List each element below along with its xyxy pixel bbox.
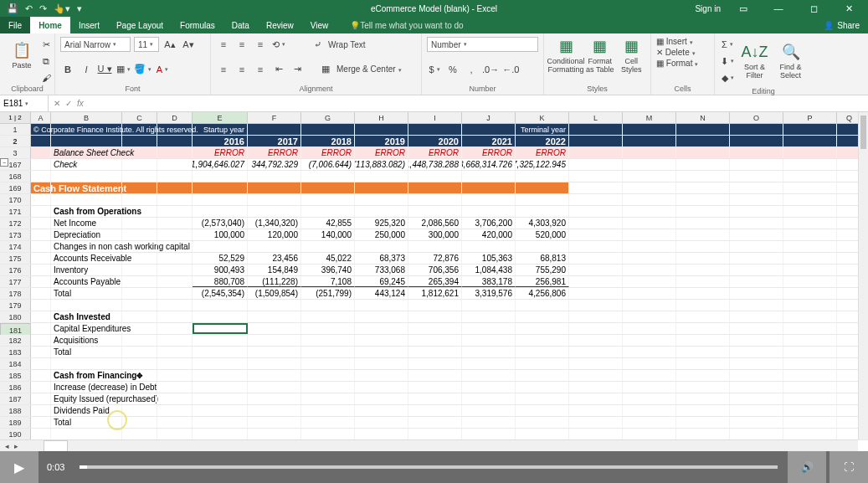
cell[interactable]: [122, 253, 157, 264]
sheet-tab[interactable]: [44, 440, 68, 452]
cell[interactable]: [301, 405, 355, 416]
cell[interactable]: [122, 417, 157, 428]
cell[interactable]: [783, 358, 837, 369]
cell[interactable]: [730, 347, 783, 357]
cell[interactable]: [462, 171, 516, 182]
cell[interactable]: [623, 194, 676, 205]
cell[interactable]: Check: [51, 159, 122, 170]
cell[interactable]: [301, 382, 355, 393]
format-as-table-button[interactable]: ▦Format as Table: [586, 37, 614, 74]
cell[interactable]: [157, 417, 193, 428]
qat-more-icon[interactable]: ▾: [77, 3, 82, 14]
cell[interactable]: [122, 382, 157, 393]
cell[interactable]: [676, 417, 730, 428]
cell[interactable]: [623, 335, 676, 346]
cell[interactable]: (1,509,854): [248, 288, 301, 299]
cell[interactable]: 3,706,200: [462, 218, 516, 229]
cell[interactable]: [248, 206, 301, 217]
cell[interactable]: [569, 241, 623, 252]
cell[interactable]: [516, 194, 569, 205]
cell[interactable]: [408, 417, 462, 428]
cell[interactable]: [516, 171, 569, 182]
row-header[interactable]: 174: [0, 241, 31, 252]
cell[interactable]: [355, 206, 408, 217]
cell[interactable]: [462, 358, 516, 369]
cell[interactable]: 3,319,576: [462, 288, 516, 299]
fill-color-button[interactable]: 🪣: [134, 62, 152, 77]
cell[interactable]: [730, 124, 783, 135]
cancel-formula-icon[interactable]: ✕: [54, 99, 60, 108]
cell[interactable]: [730, 171, 783, 182]
cell[interactable]: [355, 347, 408, 357]
col-N[interactable]: N: [676, 112, 730, 123]
cell[interactable]: [31, 429, 51, 439]
sheet-nav-next-icon[interactable]: ▸: [14, 442, 18, 450]
cell[interactable]: 2022: [516, 136, 569, 146]
cell[interactable]: [516, 429, 569, 439]
cell[interactable]: [355, 311, 408, 322]
cell[interactable]: [122, 147, 157, 158]
col-E[interactable]: E: [193, 112, 248, 123]
cell[interactable]: [569, 194, 623, 205]
video-progress[interactable]: [80, 465, 778, 469]
cell[interactable]: [462, 429, 516, 439]
comma-format-icon[interactable]: ,: [464, 62, 479, 77]
cell[interactable]: [157, 382, 193, 393]
redo-icon[interactable]: ↷: [39, 3, 47, 14]
cell[interactable]: [623, 382, 676, 393]
number-format-select[interactable]: Number: [427, 37, 538, 52]
cell[interactable]: [31, 288, 51, 299]
cell[interactable]: [730, 159, 783, 170]
cell[interactable]: [31, 253, 51, 264]
cell-styles-button[interactable]: ▦Cell Styles: [618, 37, 646, 74]
cell[interactable]: [569, 136, 623, 146]
cell[interactable]: 1,084,438: [462, 265, 516, 275]
cell[interactable]: [783, 405, 837, 416]
cell[interactable]: 265,394: [408, 276, 462, 287]
cell[interactable]: [462, 370, 516, 381]
cell[interactable]: [676, 323, 730, 334]
cell[interactable]: [730, 206, 783, 217]
cell[interactable]: [122, 311, 157, 322]
col-I[interactable]: I: [408, 112, 462, 123]
cell[interactable]: [569, 288, 623, 299]
cell[interactable]: [730, 218, 783, 229]
cell[interactable]: 3,668,314.726: [462, 159, 516, 170]
cell[interactable]: [462, 405, 516, 416]
cell[interactable]: [301, 358, 355, 369]
cell[interactable]: [462, 206, 516, 217]
font-size-select[interactable]: 11: [134, 37, 159, 52]
cell[interactable]: [193, 335, 248, 346]
cell[interactable]: [569, 405, 623, 416]
cell[interactable]: [462, 194, 516, 205]
cell[interactable]: 383,178: [462, 276, 516, 287]
row-header[interactable]: 179: [0, 300, 31, 311]
cell[interactable]: Accounts Payable: [51, 276, 122, 287]
cell[interactable]: © Corporate Finance Institute. All right…: [31, 124, 51, 135]
row-header[interactable]: 176: [0, 265, 31, 275]
cell[interactable]: [569, 417, 623, 428]
cell[interactable]: [355, 417, 408, 428]
cell[interactable]: [783, 417, 837, 428]
cell[interactable]: [623, 276, 676, 287]
cell[interactable]: [569, 323, 623, 334]
cell[interactable]: [569, 311, 623, 322]
cell[interactable]: [51, 429, 122, 439]
cell[interactable]: [730, 323, 783, 334]
cell[interactable]: 1,812,621: [408, 288, 462, 299]
cell[interactable]: [193, 417, 248, 428]
cell[interactable]: [730, 136, 783, 146]
cell[interactable]: [569, 300, 623, 311]
cell[interactable]: [157, 429, 193, 439]
cell[interactable]: [31, 218, 51, 229]
cell[interactable]: [516, 311, 569, 322]
cell[interactable]: (7,006.644): [301, 159, 355, 170]
cell[interactable]: 4,256,806: [516, 288, 569, 299]
cell[interactable]: 140,000: [301, 229, 355, 240]
cell[interactable]: 2018: [301, 136, 355, 146]
cell[interactable]: [676, 347, 730, 357]
wrap-text-button[interactable]: Wrap Text: [328, 40, 366, 49]
cell[interactable]: [783, 288, 837, 299]
cell[interactable]: [676, 358, 730, 369]
cell[interactable]: 880,708: [193, 276, 248, 287]
